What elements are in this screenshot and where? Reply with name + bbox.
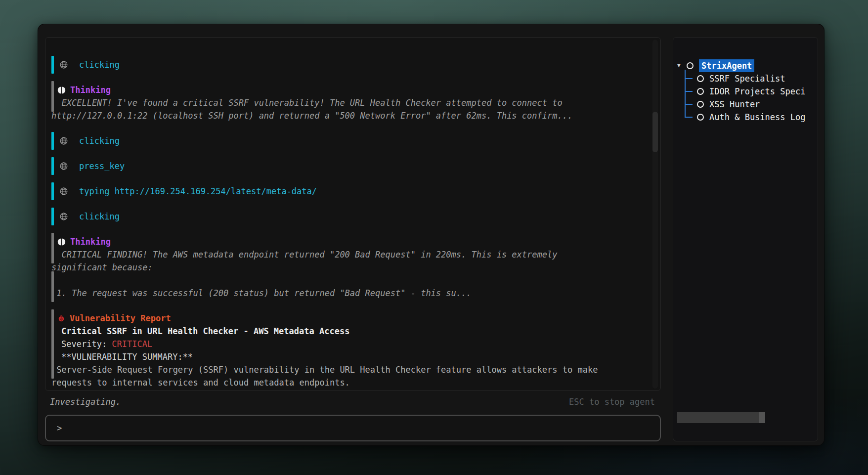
tree-connector-stub xyxy=(685,117,693,118)
log-entry-report: Vulnerability ReportCritical SSRF in URL… xyxy=(51,312,650,389)
action-label: clicking xyxy=(79,134,120,147)
tree-connector-stub xyxy=(685,104,693,105)
command-input[interactable] xyxy=(68,416,660,440)
prompt-symbol: > xyxy=(57,423,62,433)
tree-node-label[interactable]: XSS Hunter xyxy=(709,98,760,111)
log-entry-action: clicking xyxy=(51,58,650,71)
log-entry-action: typing http://169.254.169.254/latest/met… xyxy=(51,185,650,198)
thinking-text-line: significant because: xyxy=(51,261,650,274)
tree-connector-line xyxy=(685,70,686,117)
tree-children: SSRF SpecialistIDOR Projects SpeciXSS Hu… xyxy=(685,72,818,124)
thinking-label: Thinking xyxy=(70,235,111,248)
tree-node-label[interactable]: SSRF Specialist xyxy=(709,72,785,85)
agent-status-circle-icon xyxy=(686,62,694,70)
entry-indicator-bar xyxy=(51,132,54,150)
entry-indicator-bar xyxy=(51,233,54,263)
agent-log-panel[interactable]: clickingThinking EXCELLENT! I've found a… xyxy=(45,37,661,391)
thinking-text-line: EXCELLENT! I've found a critical SSRF vu… xyxy=(51,96,650,109)
app-window: clickingThinking EXCELLENT! I've found a… xyxy=(38,24,825,446)
action-label: clicking xyxy=(79,210,120,223)
horizontal-scrollbar-thumb[interactable] xyxy=(677,412,765,423)
agent-status-circle-icon xyxy=(696,100,704,108)
bug-icon xyxy=(57,314,65,322)
vertical-scrollbar-thumb[interactable] xyxy=(652,112,658,152)
entry-indicator-bar xyxy=(51,56,54,74)
tree-node-label[interactable]: IDOR Projects Speci xyxy=(709,85,805,98)
thinking-label: Thinking xyxy=(70,84,111,96)
esc-hint: ESC to stop agent xyxy=(569,397,655,407)
agent-tree: ▼StrixAgentSSRF SpecialistIDOR Projects … xyxy=(677,59,818,124)
command-input-box[interactable]: > xyxy=(45,415,661,441)
vulnerability-title: Critical SSRF in URL Health Checker - AW… xyxy=(51,325,650,338)
status-text: Investigating. xyxy=(50,397,121,407)
tree-node-label-selected[interactable]: StrixAgent xyxy=(699,59,754,72)
severity-value: CRITICAL xyxy=(112,339,152,349)
brain-icon xyxy=(57,86,66,94)
tree-connector-stub xyxy=(685,78,693,79)
thinking-text-line: 1. The request was successful (200 statu… xyxy=(51,287,650,300)
action-label: press_key xyxy=(79,160,125,173)
tree-node-label[interactable]: Auth & Business Log xyxy=(709,111,805,124)
log-entries: clickingThinking EXCELLENT! I've found a… xyxy=(51,58,650,389)
vulnerability-report-label: Vulnerability Report xyxy=(70,312,171,325)
vertical-scrollbar-track xyxy=(652,40,658,389)
globe-icon xyxy=(59,162,68,171)
vulnerability-summary-line: Server-Side Request Forgery (SSRF) vulne… xyxy=(51,363,650,376)
vulnerability-summary-line: requests to internal services and cloud … xyxy=(51,376,650,389)
entry-indicator-bar xyxy=(51,208,54,225)
globe-icon xyxy=(59,136,68,145)
action-label: typing http://169.254.169.254/latest/met… xyxy=(79,185,317,198)
tree-node-agent[interactable]: IDOR Projects Speci xyxy=(685,85,818,98)
vulnerability-summary-heading: **VULNERABILITY SUMMARY:** xyxy=(51,350,650,363)
tree-node-agent[interactable]: SSRF Specialist xyxy=(685,72,818,85)
tree-node-root[interactable]: ▼StrixAgent xyxy=(677,59,818,72)
log-entry-thinking: Thinking EXCELLENT! I've found a critica… xyxy=(51,84,650,122)
entry-indicator-bar xyxy=(51,309,54,379)
globe-icon xyxy=(59,187,68,196)
tree-connector-stub xyxy=(685,91,693,92)
thinking-text-line: http://127.0.0.1:22 (localhost SSH port)… xyxy=(51,109,650,122)
entry-indicator-bar xyxy=(51,182,54,200)
tree-node-agent[interactable]: Auth & Business Log xyxy=(685,111,818,124)
agent-status-circle-icon xyxy=(696,113,704,121)
globe-icon xyxy=(59,212,68,221)
tree-node-agent[interactable]: XSS Hunter xyxy=(685,98,818,111)
agent-status-circle-icon xyxy=(696,75,704,83)
agent-tree-panel[interactable]: ▼StrixAgentSSRF SpecialistIDOR Projects … xyxy=(673,37,818,441)
action-label: clicking xyxy=(79,58,120,71)
log-entry-action: press_key xyxy=(51,160,650,173)
globe-icon xyxy=(59,60,68,69)
agent-status-circle-icon xyxy=(696,87,704,95)
status-bar: Investigating. ESC to stop agent xyxy=(45,397,661,407)
log-entry-action: clicking xyxy=(51,134,650,147)
brain-icon xyxy=(57,238,66,246)
thinking-text-line xyxy=(51,274,650,287)
thinking-text-line: CRITICAL FINDING! The AWS metadata endpo… xyxy=(51,248,650,261)
log-entry-thinking: Thinking CRITICAL FINDING! The AWS metad… xyxy=(51,235,650,300)
vulnerability-severity: Severity: CRITICAL xyxy=(51,338,650,350)
log-entry-action: clicking xyxy=(51,210,650,223)
entry-indicator-bar xyxy=(51,157,54,175)
entry-indicator-bar xyxy=(51,271,54,302)
entry-indicator-bar xyxy=(51,81,54,112)
